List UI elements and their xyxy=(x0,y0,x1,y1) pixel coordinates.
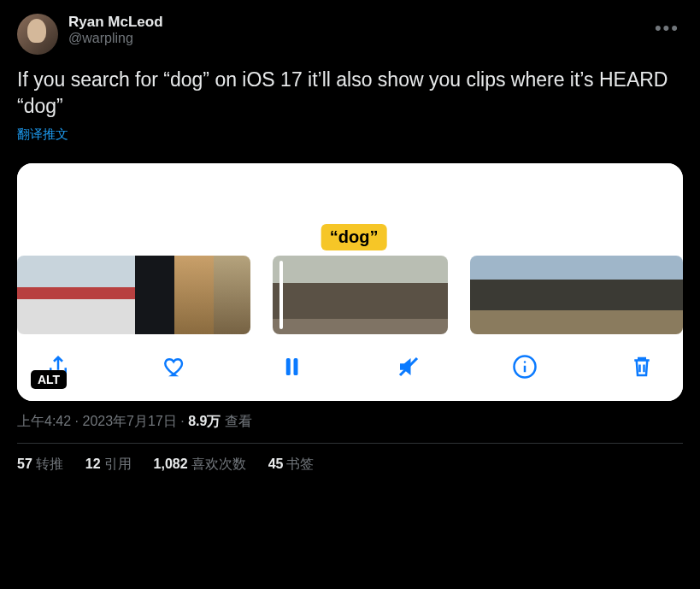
clip-thumb xyxy=(542,256,578,334)
clip-group[interactable] xyxy=(17,256,250,334)
tweet-text: If you search for “dog” on iOS 17 it’ll … xyxy=(17,67,683,120)
tweet-header: Ryan McLeod @warpling ••• xyxy=(17,14,683,55)
tweet-time[interactable]: 上午4:42 xyxy=(17,414,71,428)
handle: @warpling xyxy=(68,31,641,46)
filmstrip[interactable] xyxy=(17,256,683,334)
bookmarks-stat[interactable]: 45书签 xyxy=(268,456,315,474)
likes-stat[interactable]: 1,082喜欢次数 xyxy=(154,456,246,474)
clip-group[interactable] xyxy=(273,256,448,334)
clip-thumb xyxy=(174,256,214,334)
views-label: 查看 xyxy=(221,414,251,428)
clip-thumb xyxy=(650,256,683,334)
tweet-meta: 上午4:42 · 2023年7月17日 · 8.9万 查看 xyxy=(17,413,683,444)
clip-thumb xyxy=(214,256,250,334)
tweet-container: Ryan McLeod @warpling ••• If you search … xyxy=(0,0,700,487)
clip-group[interactable] xyxy=(470,256,683,334)
trash-icon[interactable] xyxy=(626,351,657,382)
translate-link[interactable]: 翻译推文 xyxy=(17,127,68,143)
media-card[interactable]: “dog” xyxy=(17,163,683,401)
author-block[interactable]: Ryan McLeod @warpling xyxy=(68,14,641,46)
clip-thumb xyxy=(135,256,174,334)
clip-thumb xyxy=(273,256,317,334)
mute-icon[interactable] xyxy=(393,351,424,382)
pause-icon[interactable] xyxy=(276,351,307,382)
views-count: 8.9万 xyxy=(188,414,221,428)
display-name: Ryan McLeod xyxy=(68,14,641,31)
media-preview-top: “dog” xyxy=(17,163,683,256)
alt-badge[interactable]: ALT xyxy=(31,370,67,389)
svg-point-5 xyxy=(524,361,526,363)
avatar[interactable] xyxy=(17,14,58,55)
clip-thumb xyxy=(614,256,650,334)
svg-rect-0 xyxy=(286,358,291,375)
media-toolbar xyxy=(17,334,683,401)
clip-thumb xyxy=(96,256,135,334)
clip-thumb xyxy=(406,256,448,334)
heart-icon[interactable] xyxy=(160,351,191,382)
more-icon[interactable]: ••• xyxy=(651,14,683,43)
clip-thumb xyxy=(506,256,542,334)
clip-thumb xyxy=(578,256,614,334)
clip-thumb xyxy=(56,256,96,334)
quotes-stat[interactable]: 12引用 xyxy=(85,456,132,474)
clip-thumb xyxy=(362,256,406,334)
clip-thumb xyxy=(317,256,362,334)
svg-rect-1 xyxy=(294,358,298,375)
tweet-date[interactable]: 2023年7月17日 xyxy=(82,414,176,428)
retweets-stat[interactable]: 57转推 xyxy=(17,456,63,474)
tweet-stats: 57转推 12引用 1,082喜欢次数 45书签 xyxy=(17,444,683,474)
search-tag: “dog” xyxy=(321,224,387,250)
clip-thumb xyxy=(17,256,56,334)
info-icon[interactable] xyxy=(509,351,540,382)
clip-thumb xyxy=(470,256,506,334)
